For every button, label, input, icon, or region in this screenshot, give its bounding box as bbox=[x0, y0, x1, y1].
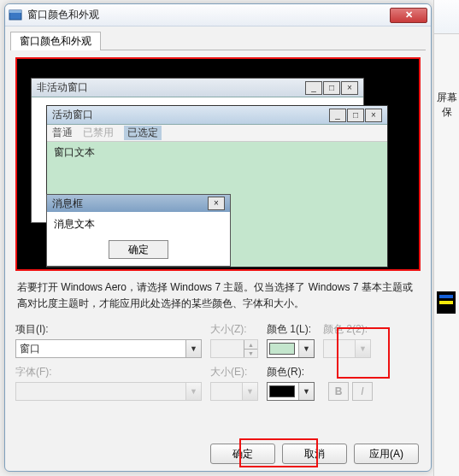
color2-label: 颜色 2(2): bbox=[323, 322, 371, 337]
size-e-select: ▼ bbox=[210, 382, 258, 401]
preview-message-box: 消息框 × 消息文本 确定 bbox=[46, 194, 231, 267]
msgbox-title: 消息框 bbox=[52, 197, 83, 211]
maximize-icon: □ bbox=[323, 81, 340, 95]
close-icon: ✕ bbox=[405, 9, 413, 21]
item-select[interactable]: 窗口 ▼ bbox=[15, 339, 202, 358]
msgbox-titlebar: 消息框 × bbox=[47, 195, 230, 212]
italic-button: I bbox=[352, 382, 373, 401]
maximize-icon: □ bbox=[347, 109, 364, 122]
msgbox-body: 消息文本 bbox=[47, 212, 230, 237]
size-z-label: 大小(Z): bbox=[210, 322, 258, 337]
dialog-content: 非活动窗口 _ □ × 活动窗口 _ □ × bbox=[5, 50, 431, 416]
chevron-down-icon: ▼ bbox=[298, 383, 314, 400]
color1-swatch bbox=[269, 343, 295, 355]
msgbox-text: 消息文本 bbox=[54, 218, 95, 230]
tab-window-color[interactable]: 窗口颜色和外观 bbox=[10, 32, 101, 50]
color-r-combo[interactable]: ▼ bbox=[267, 382, 315, 401]
menu-item-disabled: 已禁用 bbox=[83, 126, 114, 140]
tab-strip: 窗口颜色和外观 bbox=[5, 26, 431, 50]
active-window-title: 活动窗口 bbox=[52, 108, 93, 122]
row-font: 字体(F): ▼ 大小(E): ▼ 颜色(R): ▼ B I bbox=[15, 365, 421, 401]
ok-button[interactable]: 确定 bbox=[210, 444, 275, 464]
color-r-label: 颜色(R): bbox=[267, 365, 315, 379]
menu-item-normal: 普通 bbox=[52, 126, 73, 140]
preview-menubar: 普通 已禁用 已选定 bbox=[47, 125, 387, 142]
minimize-icon: _ bbox=[329, 109, 346, 122]
dialog-icon bbox=[9, 9, 22, 22]
minimize-icon: _ bbox=[305, 81, 322, 95]
size-z-input: ▲▼ bbox=[210, 339, 258, 358]
dialog-close-button[interactable]: ✕ bbox=[390, 8, 427, 23]
preview-window-text: 窗口文本 bbox=[54, 146, 95, 158]
chevron-down-icon: ▼ bbox=[298, 340, 314, 357]
dialog-button-row: 确定 取消 应用(A) bbox=[210, 444, 419, 464]
chevron-down-icon: ▼ bbox=[185, 383, 201, 400]
color2-combo: ▼ bbox=[323, 339, 371, 358]
item-label: 项目(I): bbox=[15, 322, 202, 337]
chevron-down-icon: ▼ bbox=[355, 340, 370, 357]
menu-item-selected: 已选定 bbox=[124, 126, 162, 140]
color-r-swatch bbox=[269, 385, 295, 397]
msgbox-ok-button: 确定 bbox=[109, 240, 168, 259]
background-toolbar bbox=[434, 0, 459, 34]
font-select: ▼ bbox=[15, 382, 202, 401]
close-icon: × bbox=[341, 81, 358, 95]
row-item: 项目(I): 窗口 ▼ 大小(Z): ▲▼ 颜色 1(L): ▼ bbox=[15, 322, 421, 358]
spin-up-icon: ▲ bbox=[244, 340, 257, 350]
help-text: 若要打开 Windows Aero，请选择 Windows 7 主题。仅当选择了… bbox=[17, 279, 419, 312]
dialog-title: 窗口颜色和外观 bbox=[27, 8, 99, 22]
dialog-titlebar[interactable]: 窗口颜色和外观 ✕ bbox=[5, 4, 431, 26]
dialog-window: 窗口颜色和外观 ✕ 窗口颜色和外观 非活动窗口 _ □ × bbox=[4, 3, 432, 472]
close-icon: × bbox=[365, 109, 382, 122]
background-window-strip: 屏幕保 bbox=[433, 0, 459, 476]
spin-down-icon: ▼ bbox=[244, 350, 257, 358]
size-e-label: 大小(E): bbox=[210, 365, 258, 379]
bold-button: B bbox=[328, 382, 349, 401]
svg-rect-1 bbox=[9, 10, 21, 13]
apply-button[interactable]: 应用(A) bbox=[354, 444, 419, 464]
active-window-titlebar: 活动窗口 _ □ × bbox=[47, 106, 387, 125]
background-label: 屏幕保 bbox=[434, 85, 459, 125]
item-select-value: 窗口 bbox=[20, 342, 40, 356]
color1-combo[interactable]: ▼ bbox=[267, 339, 315, 358]
high-contrast-theme-icon bbox=[437, 291, 456, 314]
cancel-button[interactable]: 取消 bbox=[282, 444, 347, 464]
inactive-window-title: 非活动窗口 bbox=[37, 80, 88, 95]
chevron-down-icon: ▼ bbox=[242, 383, 257, 400]
close-icon: × bbox=[208, 197, 225, 210]
chevron-down-icon: ▼ bbox=[185, 340, 201, 357]
font-label: 字体(F): bbox=[15, 365, 202, 379]
preview-area: 非活动窗口 _ □ × 活动窗口 _ □ × bbox=[15, 57, 421, 271]
inactive-window-titlebar: 非活动窗口 _ □ × bbox=[32, 79, 363, 97]
color1-label: 颜色 1(L): bbox=[267, 322, 315, 337]
